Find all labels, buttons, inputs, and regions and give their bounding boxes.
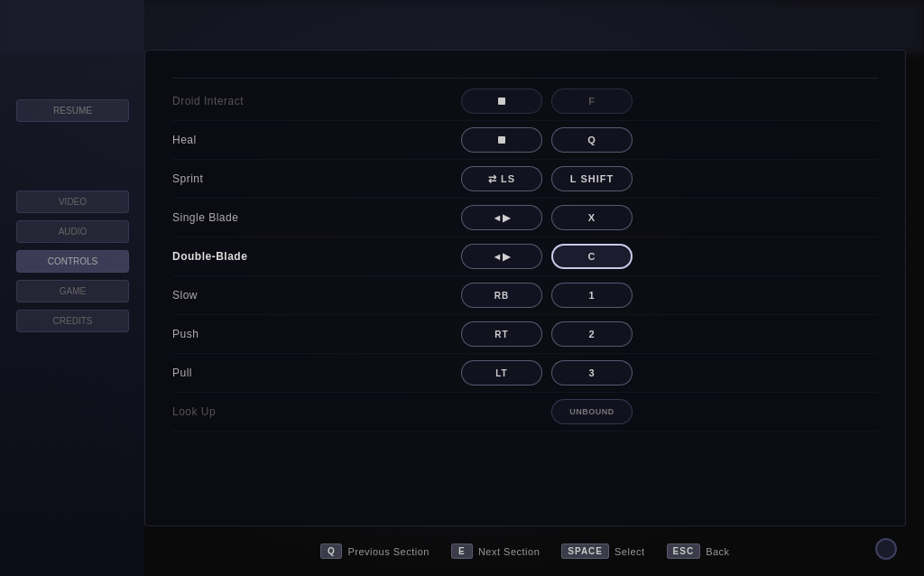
main-panel: Droid InteractFHealQSprint⇄ LSL SHIFTSin… [144, 50, 906, 526]
control-row-look-up: Look UpUNBOUND [172, 393, 878, 432]
gamepad-btn-slow[interactable]: RB [461, 283, 542, 308]
controls-list: Droid InteractFHealQSprint⇄ LSL SHIFTSin… [172, 82, 878, 507]
control-label-droid-interact: Droid Interact [172, 95, 461, 107]
corner-decoration [875, 538, 897, 560]
hint-key-esc: ESC [667, 543, 701, 559]
keyboard-btn-double-blade[interactable]: C [551, 244, 633, 269]
gamepad-btn-sprint[interactable]: ⇄ LS [461, 166, 542, 191]
panel-title [172, 51, 878, 79]
control-label-sprint: Sprint [172, 172, 461, 185]
hint-label-q: Previous Section [347, 546, 430, 557]
control-row-slow: SlowRB1 [172, 276, 878, 315]
hint-label-e: Next Section [478, 546, 540, 557]
hint-key-q: Q [320, 543, 342, 559]
keyboard-btn-single-blade[interactable]: X [551, 205, 633, 230]
bottom-hint-space: SPACESelect [561, 543, 644, 559]
gamepad-btn-droid-interact[interactable] [461, 88, 542, 114]
hint-label-esc: Back [706, 546, 729, 557]
control-bindings-single-blade: ◄▶X [461, 205, 633, 230]
keyboard-btn-pull[interactable]: 3 [551, 360, 633, 386]
control-label-slow: Slow [172, 289, 461, 302]
gamepad-btn-double-blade[interactable]: ◄▶ [461, 244, 542, 269]
sidebar-game[interactable]: GAME [16, 280, 129, 302]
control-bindings-slow: RB1 [461, 283, 633, 308]
control-row-sprint: Sprint⇄ LSL SHIFT [172, 160, 878, 199]
hint-key-e: E [451, 543, 473, 559]
control-bindings-look-up: UNBOUND [461, 399, 633, 424]
control-row-push: PushRT2 [172, 315, 878, 354]
sidebar-video[interactable]: VIDEO [16, 190, 129, 213]
sidebar: RESUME VIDEO AUDIO CONTROLS GAME CREDITS [16, 99, 129, 332]
gamepad-btn-single-blade[interactable]: ◄▶ [461, 205, 542, 230]
sidebar-credits[interactable]: CREDITS [16, 310, 129, 332]
gamepad-btn-pull[interactable]: LT [461, 360, 542, 386]
control-bindings-heal: Q [461, 127, 633, 153]
control-row-droid-interact: Droid InteractF [172, 82, 878, 121]
hint-label-space: Select [614, 546, 645, 557]
control-label-push: Push [172, 328, 461, 340]
bottom-hint-esc: ESCBack [667, 543, 730, 559]
control-row-double-blade: Double-Blade◄▶C [172, 237, 878, 276]
control-row-single-blade: Single Blade◄▶X [172, 199, 878, 237]
keyboard-btn-look-up[interactable]: UNBOUND [551, 399, 633, 424]
keyboard-btn-droid-interact[interactable]: F [551, 88, 633, 114]
control-bindings-droid-interact: F [461, 88, 633, 114]
control-label-heal: Heal [172, 134, 461, 146]
bottom-hint-e: ENext Section [451, 543, 540, 559]
gamepad-btn-heal[interactable] [461, 127, 542, 153]
control-label-single-blade: Single Blade [172, 211, 461, 224]
keyboard-btn-slow[interactable]: 1 [551, 283, 633, 308]
top-bg [0, 0, 924, 54]
control-bindings-sprint: ⇄ LSL SHIFT [461, 166, 633, 191]
control-row-pull: PullLT3 [172, 354, 878, 393]
control-label-pull: Pull [172, 367, 461, 379]
sidebar-audio[interactable]: AUDIO [16, 220, 129, 243]
keyboard-btn-sprint[interactable]: L SHIFT [551, 166, 633, 191]
gamepad-btn-push[interactable]: RT [461, 321, 542, 347]
control-bindings-double-blade: ◄▶C [461, 244, 633, 269]
keyboard-btn-heal[interactable]: Q [551, 127, 633, 153]
sidebar-controls[interactable]: CONTROLS [16, 250, 129, 273]
control-bindings-pull: LT3 [461, 360, 633, 386]
control-label-look-up: Look Up [172, 405, 461, 418]
sidebar-resume[interactable]: RESUME [16, 99, 129, 122]
keyboard-btn-push[interactable]: 2 [551, 321, 633, 347]
control-label-double-blade: Double-Blade [172, 250, 461, 263]
control-bindings-push: RT2 [461, 321, 633, 347]
bottom-bar: QPrevious SectionENext SectionSPACESelec… [144, 526, 906, 576]
hint-key-space: SPACE [561, 543, 609, 559]
control-row-heal: HealQ [172, 121, 878, 160]
bottom-hint-q: QPrevious Section [320, 543, 430, 559]
